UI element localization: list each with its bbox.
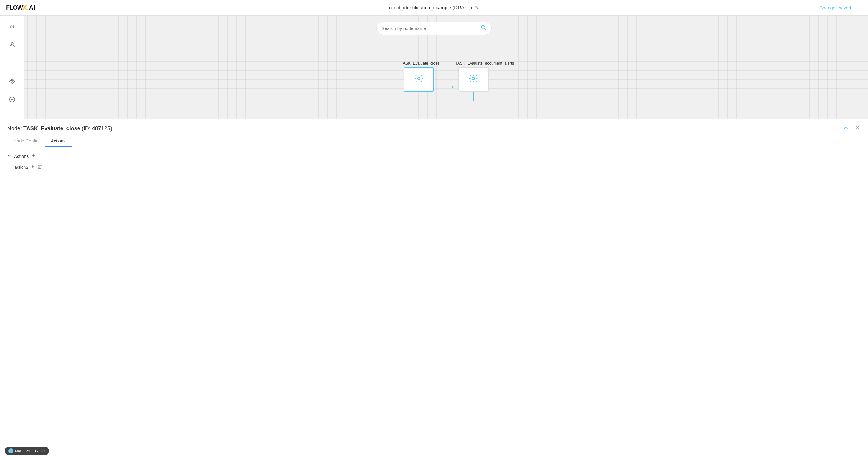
svg-point-8 [481,26,485,29]
tab-actions[interactable]: Actions [44,135,71,147]
tab-node-config[interactable]: Node Config [7,135,44,147]
node-2-label: TASK_Evaluate_document_alerts [455,61,492,65]
sidebar-settings-icon[interactable]: ⚙ [6,21,18,33]
search-input[interactable] [381,26,478,31]
search-bar [376,22,492,35]
flow-nodes: TASK_Evaluate_close TASK_Evaluate_docume… [401,61,492,101]
node-1-container: TASK_Evaluate_close [401,61,437,101]
flow-area: TASK_Evaluate_close TASK_Evaluate_docume… [0,40,868,119]
node-2-box[interactable] [458,67,489,92]
changes-saved: Changes saved [819,5,851,10]
edit-icon[interactable]: ✎ [475,5,479,10]
svg-point-0 [11,43,13,45]
sidebar-diamond-icon[interactable] [6,75,18,87]
canvas-area: ⚙ [0,16,868,119]
sidebar-person-icon[interactable] [6,39,18,51]
action-item: action2 [7,163,89,172]
node-1-box[interactable] [404,67,434,92]
sidebar-add-icon[interactable] [6,57,18,69]
arrow-line [437,87,455,87]
node-title: Node: TASK_Evaluate_close (ID: 487125) [7,125,112,132]
node-prefix: Node: [7,125,22,131]
svg-line-9 [485,29,486,30]
logo-ai: AI [29,4,35,11]
node-2-container: TASK_Evaluate_document_alerts [455,61,492,101]
collapse-button[interactable] [842,125,849,133]
chevron-icon[interactable] [7,154,11,159]
search-icon[interactable] [480,25,487,32]
node-2-connector [473,92,474,101]
logo-dot: . [27,4,29,11]
header-right: Changes saved ⋮ [819,4,862,11]
actions-header: Actions [7,153,89,159]
bottom-panel: Node: TASK_Evaluate_close (ID: 487125) N… [0,119,868,460]
tabs: Node Config Actions [0,135,868,147]
gifox-badge: MADE WITH GIFOX [5,447,49,455]
add-action-button[interactable] [31,153,36,159]
gifox-label: MADE WITH GIFOX [15,449,45,453]
actions-label: Actions [14,154,29,159]
node-1-label: TASK_Evaluate_close [401,61,437,65]
panel-actions [842,124,861,133]
panel-header: Node: TASK_Evaluate_close (ID: 487125) [0,119,868,133]
gifox-dot [8,449,13,453]
sidebar-add-circle-icon[interactable] [6,93,18,105]
actions-sidebar: Actions action2 [0,147,97,460]
arrow-connector [437,87,455,87]
search-container [0,16,868,40]
logo-x: X [23,4,27,11]
svg-point-11 [472,77,475,80]
node-2-gear-icon [469,74,478,86]
node-1-connector [418,92,419,101]
logo: FLOWX.AI [6,4,35,11]
svg-point-10 [417,77,420,80]
node-name: TASK_Evaluate_close [23,125,80,131]
action-add-sub-button[interactable] [31,164,35,170]
panel-content: Actions action2 [0,147,868,460]
node-id: (ID: 487125) [82,125,112,131]
node-1-gear-icon [414,74,424,86]
header-title: client_identification_example (DRAFT) ✎ [389,5,479,10]
header: FLOWX.AI client_identification_example (… [0,0,868,16]
close-button[interactable] [854,124,861,133]
more-menu-icon[interactable]: ⋮ [856,4,862,11]
action-item-name: action2 [14,165,28,170]
left-sidebar: ⚙ [0,16,24,119]
action-delete-button[interactable] [37,164,42,170]
title-text: client_identification_example (DRAFT) [389,5,472,10]
logo-text: FLOW [6,4,23,11]
